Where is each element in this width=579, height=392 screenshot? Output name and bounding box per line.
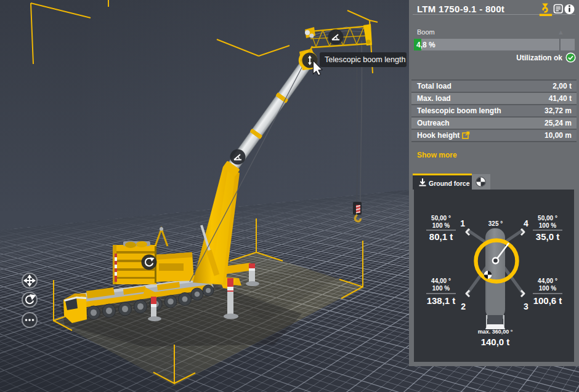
svg-text:3: 3: [524, 302, 528, 311]
svg-text:1: 1: [460, 218, 465, 228]
svg-text:100 %: 100 %: [539, 222, 556, 229]
svg-text:50,00 °: 50,00 °: [431, 215, 451, 222]
svg-text:44,00 °: 44,00 °: [538, 278, 557, 284]
svg-text:100,6 t: 100,6 t: [533, 295, 562, 306]
svg-text:100 %: 100 %: [539, 285, 556, 292]
svg-text:100 %: 100 %: [432, 285, 450, 292]
svg-text:80,1 t: 80,1 t: [429, 231, 453, 242]
svg-text:Telescopic boom length: Telescopic boom length: [325, 55, 406, 64]
svg-text:100 %: 100 %: [432, 222, 450, 229]
svg-text:140,0 t: 140,0 t: [481, 337, 510, 347]
svg-text:50,00 °: 50,00 °: [538, 215, 557, 222]
svg-text:35,0 t: 35,0 t: [536, 231, 559, 242]
svg-text:325 °: 325 °: [488, 220, 503, 227]
svg-text:4: 4: [524, 218, 528, 228]
svg-text:2: 2: [461, 302, 466, 311]
svg-text:138,1 t: 138,1 t: [427, 295, 456, 306]
svg-text:max. 360,00 °: max. 360,00 °: [478, 329, 513, 335]
svg-text:44,00 °: 44,00 °: [431, 278, 451, 284]
